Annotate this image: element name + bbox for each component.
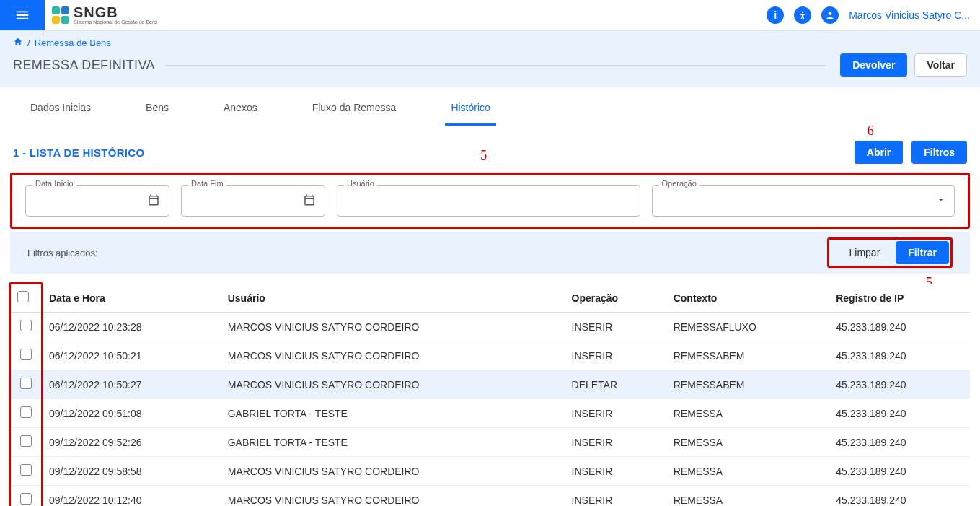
data-fim-label: Data Fim [188, 179, 226, 188]
tab-anexos[interactable]: Anexos [218, 87, 263, 126]
table-row[interactable]: 09/12/2022 09:51:08GABRIEL TORTA - TESTE… [10, 399, 970, 428]
filtrar-button[interactable]: Filtrar [896, 241, 949, 264]
cell-datahora: 06/12/2022 10:23:28 [42, 313, 221, 341]
annotation-6-top: 6 [868, 123, 874, 139]
row-checkbox[interactable] [20, 435, 32, 447]
table-row[interactable]: 09/12/2022 09:58:58MARCOS VINICIUS SATYR… [10, 457, 970, 486]
cell-usuario: GABRIEL TORTA - TESTE [221, 399, 565, 428]
cell-datahora: 09/12/2022 09:58:58 [42, 457, 221, 486]
cell-operacao: INSERIR [565, 313, 666, 341]
cell-contexto: REMESSA [666, 457, 829, 486]
cell-operacao: INSERIR [565, 428, 666, 457]
cell-datahora: 09/12/2022 09:52:26 [42, 428, 221, 457]
table-row[interactable]: 06/12/2022 10:50:21MARCOS VINICIUS SATYR… [10, 341, 970, 370]
col-operacao: Operação [565, 284, 666, 313]
cell-ip: 45.233.189.240 [829, 486, 970, 507]
user-name-label[interactable]: Marcos Vinicius Satyro C... [849, 9, 970, 21]
tab-bens[interactable]: Bens [140, 87, 175, 126]
filter-panel: Data Início Data Fim Usuário Operação [10, 173, 970, 229]
cell-operacao: DELETAR [565, 370, 666, 399]
col-usuario: Usuário [221, 284, 565, 313]
cell-ip: 45.233.189.240 [829, 399, 970, 428]
cell-ip: 45.233.189.240 [829, 313, 970, 341]
home-icon[interactable] [13, 37, 23, 49]
breadcrumb: / Remessa de Bens [13, 37, 967, 49]
row-checkbox[interactable] [20, 320, 32, 331]
usuario-filter-input[interactable] [337, 185, 640, 217]
cell-usuario: GABRIEL TORTA - TESTE [221, 428, 565, 457]
cell-datahora: 06/12/2022 10:50:27 [42, 370, 221, 399]
table-row[interactable]: 09/12/2022 09:52:26GABRIEL TORTA - TESTE… [10, 428, 970, 457]
applied-filters-label: Filtros aplicados: [27, 248, 98, 258]
col-contexto: Contexto [666, 284, 829, 313]
select-all-checkbox[interactable] [17, 291, 29, 302]
cell-operacao: INSERIR [565, 486, 666, 507]
svg-point-0 [802, 11, 803, 12]
tab-bar: Dados Inicias Bens Anexos Fluxo da Remes… [0, 87, 980, 126]
cell-datahora: 09/12/2022 09:51:08 [42, 399, 221, 428]
annotation-5-top: 5 [480, 148, 487, 163]
voltar-button[interactable]: Voltar [914, 53, 967, 77]
app-header: SNGB Sistema Nacional de Gestão de Bens … [0, 0, 980, 30]
row-checkbox[interactable] [20, 493, 32, 505]
cell-operacao: INSERIR [565, 457, 666, 486]
breadcrumb-item[interactable]: Remessa de Bens [35, 38, 111, 48]
page-title: REMESSA DEFINITIVA [13, 58, 155, 73]
col-registroip: Registro de IP [829, 284, 970, 313]
cell-ip: 45.233.189.240 [829, 428, 970, 457]
cell-contexto: REMESSABEM [666, 341, 829, 370]
cell-ip: 45.233.189.240 [829, 457, 970, 486]
cell-usuario: MARCOS VINICIUS SATYRO CORDEIRO [221, 457, 565, 486]
cell-usuario: MARCOS VINICIUS SATYRO CORDEIRO [221, 313, 565, 341]
app-logo: SNGB Sistema Nacional de Gestão de Bens [52, 5, 157, 25]
limpar-button[interactable]: Limpar [838, 242, 892, 263]
usuario-filter-label: Usuário [344, 179, 377, 188]
data-fim-input[interactable] [181, 185, 325, 217]
cell-ip: 45.233.189.240 [829, 341, 970, 370]
operacao-filter-select[interactable] [652, 185, 955, 217]
cell-operacao: INSERIR [565, 399, 666, 428]
cell-usuario: MARCOS VINICIUS SATYRO CORDEIRO [221, 370, 565, 399]
cell-contexto: REMESSA [666, 428, 829, 457]
cell-datahora: 09/12/2022 10:12:40 [42, 486, 221, 507]
devolver-button[interactable]: Devolver [840, 53, 907, 77]
row-checkbox[interactable] [20, 378, 32, 389]
data-inicio-label: Data Início [32, 179, 76, 188]
calendar-icon[interactable] [303, 193, 316, 209]
row-checkbox[interactable] [20, 406, 32, 418]
tab-historico[interactable]: Histórico [445, 87, 495, 126]
row-checkbox[interactable] [20, 349, 32, 360]
abrir-button[interactable]: Abrir [855, 141, 903, 164]
row-checkbox[interactable] [20, 464, 32, 476]
tab-fluxo[interactable]: Fluxo da Remessa [306, 87, 402, 126]
applied-filters-row: Filtros aplicados: Limpar Filtrar [10, 232, 970, 274]
table-row[interactable]: 06/12/2022 10:23:28MARCOS VINICIUS SATYR… [10, 313, 970, 341]
cell-contexto: REMESSA [666, 486, 829, 507]
table-row[interactable]: 06/12/2022 10:50:27MARCOS VINICIUS SATYR… [10, 370, 970, 399]
cell-usuario: MARCOS VINICIUS SATYRO CORDEIRO [221, 486, 565, 507]
cell-datahora: 06/12/2022 10:50:21 [42, 341, 221, 370]
cell-operacao: INSERIR [565, 341, 666, 370]
calendar-icon[interactable] [147, 193, 160, 209]
logo-text: SNGB [74, 5, 157, 19]
cell-contexto: REMESSA [666, 399, 829, 428]
hamburger-icon [14, 7, 30, 23]
section-title: 1 - LISTA DE HISTÓRICO [13, 147, 144, 159]
cell-usuario: MARCOS VINICIUS SATYRO CORDEIRO [221, 341, 565, 370]
user-avatar-icon[interactable] [821, 6, 839, 24]
tab-dados-iniciais[interactable]: Dados Inicias [25, 87, 97, 126]
cell-contexto: REMESSAFLUXO [666, 313, 829, 341]
history-table: Data e Hora Usuário Operação Contexto Re… [10, 284, 970, 506]
table-row[interactable]: 09/12/2022 10:12:40MARCOS VINICIUS SATYR… [10, 486, 970, 507]
title-divider [165, 65, 826, 66]
svg-point-1 [829, 12, 832, 15]
page-subheader: / Remessa de Bens REMESSA DEFINITIVA Dev… [0, 30, 980, 87]
data-inicio-input[interactable] [25, 185, 169, 217]
logo-subtext: Sistema Nacional de Gestão de Bens [74, 19, 157, 25]
info-icon[interactable]: i [767, 6, 784, 24]
filtros-button[interactable]: Filtros [911, 141, 967, 164]
breadcrumb-sep: / [27, 38, 30, 48]
cell-contexto: REMESSABEM [666, 370, 829, 399]
hamburger-menu-button[interactable] [0, 0, 45, 30]
accessibility-icon[interactable] [794, 6, 811, 24]
